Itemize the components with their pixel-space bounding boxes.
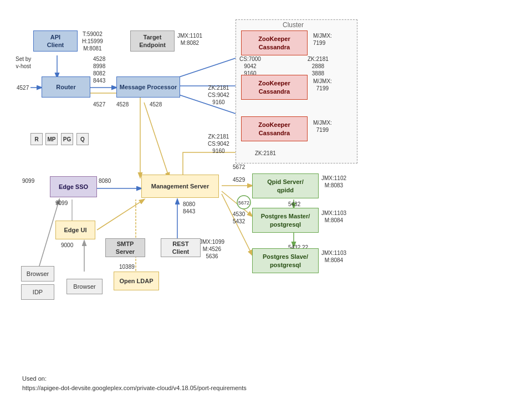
open-ldap-port: 10389: [119, 263, 135, 270]
pg-slave-jmx: JMX:1103M:8084: [321, 249, 346, 264]
edge-ui-node: Edge UI: [55, 221, 95, 239]
mp-zk-ports: ZK:2181CS:90429160: [208, 84, 229, 106]
svg-line-10: [144, 103, 169, 177]
target-endpoint-node: TargetEndpoint: [130, 30, 175, 52]
footer: Used on: https://apigee-dot-devsite.goog…: [22, 374, 247, 393]
open-ldap-node: Open LDAP: [114, 272, 159, 290]
zk1-right-ports: ZK:218128883888: [308, 55, 329, 77]
smtp-server-node: SMTPServer: [105, 238, 145, 257]
qpid-jmx: JMX:1102M:8083: [321, 175, 346, 189]
port-5432: 5432: [288, 201, 300, 208]
router-node: Router: [42, 76, 90, 98]
legend-r: R: [30, 133, 43, 145]
cluster-label: Cluster: [283, 21, 304, 29]
zk-jmx-3: M/JMX:7199: [313, 119, 332, 134]
zk-cassandra-2-node: ZooKeeperCassandra: [241, 75, 308, 100]
edge-sso-port-9099-2: 9099: [55, 200, 68, 207]
port-5672-top: 5672: [233, 163, 245, 171]
management-server-node: Management Server: [141, 175, 219, 198]
diagram: 5672 Cluster APIClient T:59002H:15999M:8…: [0, 0, 532, 366]
target-endpoint-note: JMX:1101M:8082: [177, 32, 202, 47]
legend-q: Q: [76, 133, 89, 145]
zk-cassandra-1-node: ZooKeeperCassandra: [241, 30, 308, 55]
edge-sso-node: Edge SSO: [50, 176, 97, 197]
mgmt-ports: 80808443: [183, 201, 195, 215]
footer-line1: Used on:: [22, 374, 247, 384]
qpid-server-node: Qpid Server/qpidd: [252, 173, 319, 198]
zk-2181-label: ZK:2181: [255, 150, 276, 157]
footer-line2: https://apigee-dot-devsite.googleplex.co…: [22, 383, 247, 393]
mp-ports-left: 4528899880828443: [93, 55, 105, 84]
browser-1-node: Browser: [21, 266, 54, 282]
mp-zk-ports2: ZK:2181CS:90429160: [208, 133, 229, 155]
postgres-slave-node: Postgres Slave/postgresql: [252, 248, 319, 273]
router-4527-bottom: 4527: [93, 101, 105, 108]
edge-sso-port-8080: 8080: [99, 177, 111, 185]
port-4529: 4529: [233, 176, 245, 183]
pg-master-jmx: JMX:1103M:8084: [321, 209, 346, 224]
legend-pg: PG: [61, 133, 73, 145]
pg-jmx-ports: JMX:1099M:45265636: [200, 238, 224, 260]
pg-ports: 45305432: [233, 211, 245, 225]
api-client-note: T:59002H:15999M:8081: [82, 30, 103, 52]
svg-line-17: [97, 200, 144, 230]
zk-jmx-2: M/JMX:7199: [313, 78, 332, 92]
legend-mp: MP: [45, 133, 58, 145]
postgres-master-node: Postgres Master/postgresql: [252, 208, 319, 233]
browser-2-node: Browser: [66, 279, 103, 294]
mp-port-4528: 4528: [116, 101, 129, 108]
zk1-left-ports: CS:700090429160: [239, 55, 261, 77]
router-vhost-label: Set byv-host: [16, 55, 31, 70]
edge-sso-port-9099: 9099: [22, 177, 34, 185]
mp-port-4528-2: 4528: [150, 101, 162, 108]
svg-text:5672: 5672: [238, 200, 249, 206]
port-4527-left: 4527: [17, 84, 29, 91]
api-client-node: APIClient: [33, 30, 78, 52]
idp-node: IDP: [21, 284, 54, 300]
svg-point-24: [237, 196, 250, 209]
zk-cassandra-3-node: ZooKeeperCassandra: [241, 116, 308, 141]
edge-ui-port: 9000: [61, 242, 73, 249]
rest-client-node: RESTClient: [161, 238, 201, 257]
message-processor-node: Message Processor: [116, 76, 180, 98]
